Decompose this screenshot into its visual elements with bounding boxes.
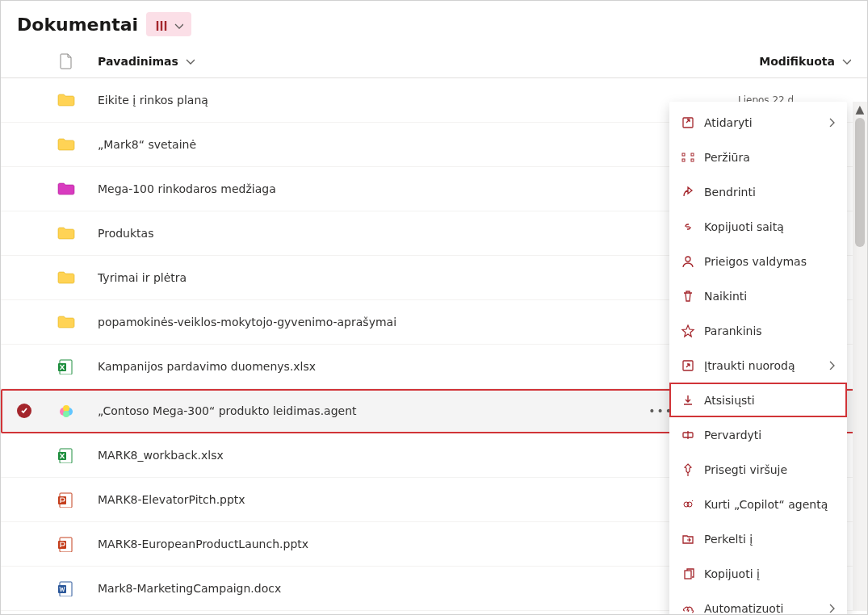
menu-item-copilotmk[interactable]: Kurti „Copilot“ agentą: [669, 487, 847, 521]
menu-item-share[interactable]: Bendrinti: [669, 174, 847, 209]
menu-item-label: Atsisiųsti: [704, 394, 836, 407]
menu-item-label: Kopijuoti saitą: [704, 220, 836, 233]
star-icon: [681, 324, 695, 338]
view-options-button[interactable]: [146, 12, 191, 36]
access-icon: [681, 254, 695, 269]
menu-item-label: Kurti „Copilot“ agentą: [704, 498, 836, 511]
library-view-icon: [154, 18, 167, 31]
name-column-header[interactable]: Pavadinimas: [98, 54, 738, 68]
modified-column-label: Modifikuota: [759, 55, 835, 68]
folder-pink-icon: [57, 181, 98, 197]
menu-item-label: Atidaryti: [704, 116, 816, 129]
shortcut-icon: [681, 358, 695, 373]
page-title: Dokumentai: [17, 15, 138, 35]
menu-item-shortcut[interactable]: Įtraukti nuorodą: [669, 348, 847, 383]
menu-item-label: Pervardyti: [704, 429, 836, 441]
item-name[interactable]: Eikite į rinkos planą: [98, 94, 738, 107]
item-name[interactable]: Kampanijos pardavimo duomenys.xlsx: [98, 360, 738, 373]
type-column-header[interactable]: [57, 52, 98, 70]
ppt-icon: [57, 492, 98, 508]
menu-item-access[interactable]: Prieigos valdymas: [669, 244, 847, 278]
menu-item-move[interactable]: Perkelti į: [669, 521, 847, 556]
menu-item-open[interactable]: Atidaryti: [669, 105, 847, 140]
item-name[interactable]: Mark8-MarketingCampaign.docx: [98, 582, 738, 595]
menu-item-preview[interactable]: Peržiūra: [669, 140, 847, 174]
pin-icon: [681, 462, 695, 477]
folder-yellow-icon: [57, 92, 98, 108]
menu-item-label: Automatizuoti: [704, 602, 816, 615]
scroll-thumb[interactable]: [855, 118, 865, 247]
word-icon: [57, 580, 98, 596]
menu-item-download[interactable]: Atsisiųsti: [669, 383, 847, 417]
row-select[interactable]: [17, 404, 57, 418]
name-column-label: Pavadinimas: [98, 55, 178, 68]
item-name[interactable]: MARK8-EuropeanProductLaunch.pptx: [98, 538, 738, 550]
link-icon: [681, 220, 695, 234]
menu-item-label: Peržiūra: [704, 151, 836, 164]
menu-item-delete[interactable]: Naikinti: [669, 278, 847, 313]
folder-yellow-icon: [57, 314, 98, 330]
chevron-right-icon: [824, 358, 836, 372]
menu-item-label: Kopijuoti į: [704, 567, 836, 580]
preview-icon: [681, 150, 695, 165]
folder-yellow-icon: [57, 136, 98, 153]
menu-item-label: Bendrinti: [704, 186, 836, 199]
menu-item-label: Prisegti viršuje: [704, 463, 836, 476]
copilotmk-icon: [681, 497, 695, 512]
excel-icon: [57, 447, 98, 463]
scroll-up-arrow[interactable]: ▲: [853, 102, 867, 116]
chevron-down-icon: [840, 54, 851, 68]
menu-item-copy[interactable]: Kopijuoti į: [669, 556, 847, 591]
menu-item-pin[interactable]: Prisegti viršuje: [669, 452, 847, 487]
rename-icon: [681, 428, 695, 442]
item-name[interactable]: MARK8-ElevatorPitch.pptx: [98, 493, 738, 506]
download-icon: [681, 393, 695, 408]
menu-item-label: Naikinti: [704, 290, 836, 303]
column-headers-row: Pavadinimas Modifikuota: [1, 44, 867, 78]
menu-item-rename[interactable]: Pervardyti: [669, 417, 847, 452]
item-name[interactable]: popamokinės-veiklos-mokytojo-gyvenimo-ap…: [98, 316, 738, 328]
item-name[interactable]: MARK8_workback.xlsx: [98, 449, 738, 462]
share-icon: [681, 185, 695, 199]
item-name[interactable]: „Mark8“ svetainė: [98, 138, 738, 151]
chevron-down-icon: [172, 19, 183, 30]
menu-item-label: Parankinis: [704, 324, 836, 337]
menu-item-label: Perkelti į: [704, 533, 836, 546]
menu-item-label: Prieigos valdymas: [704, 255, 836, 268]
chevron-right-icon: [824, 115, 836, 129]
item-name[interactable]: Tyrimai ir plėtra: [98, 271, 738, 284]
copy-icon: [681, 567, 695, 581]
menu-item-link[interactable]: Kopijuoti saitą: [669, 209, 847, 244]
menu-item-automate[interactable]: Automatizuoti: [669, 591, 847, 615]
excel-icon: [57, 358, 98, 374]
folder-yellow-icon: [57, 270, 98, 286]
automate-icon: [681, 601, 695, 616]
modified-column-header[interactable]: Modifikuota: [738, 54, 851, 68]
checkmark-icon: [17, 404, 31, 418]
file-type-icon: [57, 52, 72, 70]
delete-icon: [681, 289, 695, 303]
chevron-down-icon: [183, 54, 195, 68]
item-name[interactable]: „Contoso Mega-300“ produkto leidimas.age…: [98, 404, 738, 417]
item-name[interactable]: Mega-100 rinkodaros medžiaga: [98, 182, 738, 195]
folder-yellow-icon: [57, 225, 98, 241]
item-name[interactable]: Produktas: [98, 227, 738, 240]
menu-item-star[interactable]: Parankinis: [669, 313, 847, 348]
context-menu-scrollbar[interactable]: ▲: [853, 102, 867, 610]
menu-item-label: Įtraukti nuorodą: [704, 359, 816, 372]
chevron-right-icon: [824, 601, 836, 615]
copilot-icon: [57, 403, 98, 419]
library-header: Dokumentai: [1, 1, 867, 44]
move-icon: [681, 532, 695, 546]
open-icon: [681, 115, 695, 130]
ppt-icon: [57, 536, 98, 552]
context-menu: AtidarytiPeržiūraBendrintiKopijuoti sait…: [669, 102, 847, 615]
